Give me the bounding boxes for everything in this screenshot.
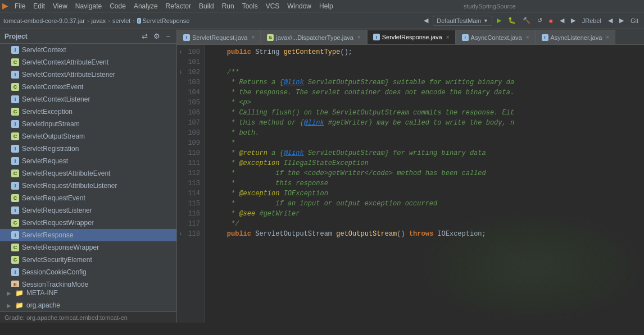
menu-refactor[interactable]: Refactor <box>162 1 194 11</box>
toolbar-btn-4[interactable]: ▶ <box>617 16 626 25</box>
sidebar-item-servletcontextlistener[interactable]: IServletContextListener <box>0 93 176 105</box>
sidebar-item-servletrequestattributelistener[interactable]: IServletRequestAttributeListener <box>0 180 176 192</box>
line-number-106: 106 <box>177 108 205 118</box>
menu-help[interactable]: Help <box>316 1 337 11</box>
tab-close-5[interactable]: × <box>606 34 609 40</box>
sidebar-minimize-btn[interactable]: − <box>164 31 172 41</box>
menu-analyze[interactable]: Analyze <box>130 1 161 11</box>
menu-build[interactable]: Build <box>196 1 217 11</box>
item-icon: C <box>11 58 19 66</box>
breadcrumb-class: I ServletResponse <box>137 17 189 24</box>
sidebar-header: Project ⇄ ⚙ − <box>0 29 176 44</box>
sidebar-item-servletcontextevent[interactable]: CServletContextEvent <box>0 81 176 93</box>
menu-vcs[interactable]: VCS <box>262 1 283 11</box>
gradle-status: Gradle: org.apache.tomcat.embed:tomcat-e… <box>0 311 176 323</box>
tab-servlet-request[interactable]: I ServletRequest.java × <box>177 30 261 44</box>
code-line-110: * @return a {@link ServletOutputStream} … <box>211 148 638 158</box>
menu-file[interactable]: File <box>11 1 29 11</box>
line-number-104: 104 <box>177 88 205 98</box>
sidebar-title: Project <box>4 33 138 40</box>
stop-button[interactable]: ■ <box>547 16 555 25</box>
item-name: SessionCookieConfig <box>22 268 87 276</box>
breadcrumb: tomcat-embed-core-9.0.37.jar › javax › s… <box>3 17 419 24</box>
line-number-108: 108 <box>177 128 205 138</box>
sidebar-item-servletrequestattributeevent[interactable]: CServletRequestAttributeEvent <box>0 167 176 180</box>
debug-button[interactable]: 🐛 <box>506 16 518 25</box>
line-number-117: 117 <box>177 219 205 229</box>
item-name: ServletInputStream <box>22 120 80 128</box>
tab-close-3[interactable]: × <box>446 34 450 40</box>
tab-close-1[interactable]: × <box>251 34 255 40</box>
item-name: ServletContextAttributeListener <box>22 71 115 79</box>
sidebar-item-sessiontrackingmode[interactable]: ESessionTrackingMode <box>0 278 176 287</box>
tab-dispatcher-type[interactable]: E javax\...DispatcherType.java × <box>261 30 366 44</box>
code-editor: 1001011021031041051061071081091101111121… <box>177 45 644 323</box>
item-icon: I <box>11 95 19 103</box>
run-button[interactable]: ▶ <box>495 16 504 25</box>
tab-servlet-response[interactable]: I ServletResponse.java × <box>367 30 456 44</box>
tab-async-listener[interactable]: I AsyncListener.java × <box>536 30 616 44</box>
menu-run[interactable]: Run <box>219 1 238 11</box>
item-icon: I <box>11 268 19 276</box>
meta-inf-item[interactable]: ▶ 📁 META-INF <box>0 287 176 299</box>
sidebar-item-servletcontext[interactable]: IServletContext <box>0 44 176 56</box>
code-line-104: * the response. The servlet container do… <box>211 88 638 98</box>
toolbar-btn-2[interactable]: ▶ <box>569 16 578 25</box>
sidebar-item-servletsecurityelement[interactable]: CServletSecurityElement <box>0 254 176 266</box>
build-button[interactable]: 🔨 <box>520 16 533 25</box>
sidebar-item-servletrequestwrapper[interactable]: CServletRequestWrapper <box>0 217 176 229</box>
tab-close-4[interactable]: × <box>526 34 529 40</box>
git-button[interactable]: Git <box>628 16 641 25</box>
sidebar-item-servletrequestlistener[interactable]: IServletRequestListener <box>0 204 176 217</box>
toolbar-btn-3[interactable]: ◀ <box>606 16 615 25</box>
sidebar-item-servletresponse[interactable]: IServletResponse <box>0 229 176 241</box>
sidebar-item-servletrequestevent[interactable]: CServletRequestEvent <box>0 192 176 204</box>
app-title: studySpringSource <box>338 3 642 10</box>
item-name: ServletRequestAttributeListener <box>22 182 117 190</box>
breadcrumb-subpackage[interactable]: servlet <box>112 17 130 24</box>
toolbar-btn-1[interactable]: ◀ <box>557 16 566 25</box>
sidebar-item-sessioncookieconfig[interactable]: ISessionCookieConfig <box>0 266 176 278</box>
rerun-button[interactable]: ↺ <box>535 16 545 25</box>
org-apache-item[interactable]: ▶ 📁 org.apache <box>0 299 176 311</box>
tab-async-context[interactable]: I AsyncContext.java × <box>456 30 536 44</box>
sidebar-settings-btn[interactable]: ⚙ <box>152 31 162 41</box>
tab-label-4: AsyncContext.java <box>471 34 522 41</box>
line-number-100: 100 <box>177 47 205 57</box>
menu-navigate[interactable]: Navigate <box>72 1 105 11</box>
item-name: ServletResponseWrapper <box>22 244 99 251</box>
line-number-103: 103 <box>177 77 205 88</box>
run-config[interactable]: DefaultTestMain ▼ <box>433 16 492 26</box>
menu-edit[interactable]: Edit <box>30 1 48 11</box>
jrebel-button[interactable]: JRebel <box>580 16 604 25</box>
sidebar-item-servletinputstream[interactable]: IServletInputStream <box>0 118 176 130</box>
sidebar-item-servletresponsewrapper[interactable]: CServletResponseWrapper <box>0 241 176 254</box>
breadcrumb-package[interactable]: javax <box>92 17 106 24</box>
code-content[interactable]: public String getContentType(); /** * Re… <box>205 45 644 323</box>
tab-icon-3: I <box>373 34 380 40</box>
sidebar-item-servletcontextattributeevent[interactable]: CServletContextAttributeEvent <box>0 56 176 68</box>
sidebar-item-servletcontextattributelistener[interactable]: IServletContextAttributeListener <box>0 68 176 81</box>
item-name: ServletContext <box>22 46 66 54</box>
menu-tools[interactable]: Tools <box>239 1 261 11</box>
line-number-114: 114 <box>177 189 205 199</box>
meta-arrow: ▶ <box>7 290 11 296</box>
menu-window[interactable]: Window <box>284 1 315 11</box>
sidebar-item-servletexception[interactable]: CServletException <box>0 105 176 118</box>
menu-view[interactable]: View <box>49 1 71 11</box>
sidebar-sync-btn[interactable]: ⇄ <box>140 31 149 41</box>
sidebar-item-servletrequest[interactable]: IServletRequest <box>0 155 176 167</box>
back-button[interactable]: ◀ <box>421 16 430 25</box>
item-icon: C <box>11 244 19 251</box>
menu-code[interactable]: Code <box>106 1 129 11</box>
tab-icon-1: I <box>183 34 190 41</box>
item-icon: I <box>11 145 19 153</box>
tab-close-2[interactable]: × <box>357 34 361 40</box>
tab-label-1: ServletRequest.java <box>192 34 247 41</box>
item-name: ServletOutputStream <box>22 132 85 140</box>
sidebar-item-servletregistration[interactable]: IServletRegistration <box>0 143 176 155</box>
sidebar-item-servletoutputstream[interactable]: CServletOutputStream <box>0 130 176 143</box>
item-name: SessionTrackingMode <box>22 281 88 287</box>
breadcrumb-jar[interactable]: tomcat-embed-core-9.0.37.jar <box>3 17 85 24</box>
code-line-114: * @exception IOException <box>211 189 638 199</box>
